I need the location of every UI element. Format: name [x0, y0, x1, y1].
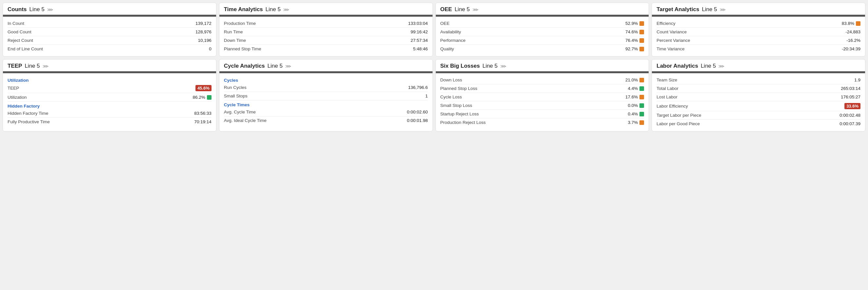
card-body: Team Size1.9Total Labor265:03:14Lost Lab…	[652, 75, 865, 131]
chevron-down-icon[interactable]: ⋙	[42, 64, 49, 69]
value-text: 0:00:02.48	[839, 113, 861, 118]
row-value: 27:57:34	[411, 38, 428, 43]
table-row: Down Time27:57:34	[224, 36, 428, 45]
chevron-down-icon[interactable]: ⋙	[472, 7, 478, 12]
card-title-light: Line 5	[702, 6, 717, 13]
table-row: Good Count128,976	[7, 28, 212, 36]
row-label: End of Line Count	[7, 46, 43, 51]
value-text: 99:16:42	[411, 29, 428, 34]
row-label: Percent Variance	[656, 38, 690, 43]
table-row: Total Labor265:03:14	[656, 84, 861, 93]
chevron-down-icon[interactable]: ⋙	[718, 64, 724, 69]
orange-indicator	[640, 95, 644, 99]
chevron-down-icon[interactable]: ⋙	[285, 64, 291, 69]
chevron-down-icon[interactable]: ⋙	[283, 7, 289, 12]
row-value: 33.6%	[844, 103, 861, 109]
card-title-light: Line 5	[455, 6, 469, 13]
value-text: 4.4%	[628, 86, 638, 91]
row-label: Quality	[440, 46, 454, 51]
chevron-down-icon[interactable]: ⋙	[500, 64, 506, 69]
row-label: Performance	[440, 38, 466, 43]
orange-indicator	[640, 21, 644, 26]
row-label: Avg. Ideal Cycle Time	[224, 118, 267, 123]
row-label: Planned Stop Loss	[440, 86, 477, 91]
table-row: Small Stop Loss0.0%	[440, 101, 644, 110]
section-label: Cycle Times	[224, 100, 428, 108]
card-title-bold: OEE	[440, 6, 452, 13]
table-row: OEE52.9%	[440, 19, 644, 28]
row-label: Hidden Factory Time	[7, 111, 49, 116]
table-row: Performance76.4%	[440, 36, 644, 45]
value-text: 86.2%	[192, 95, 205, 100]
row-value: -24,883	[845, 29, 861, 34]
row-value: 92.7%	[625, 46, 644, 51]
chevron-down-icon[interactable]: ⋙	[720, 7, 725, 12]
table-row: TEEP45.6%	[7, 83, 212, 93]
table-row: Production Time133:03:04	[224, 19, 428, 28]
row-value: 52.9%	[625, 21, 644, 26]
table-row: Efficiency83.8%	[656, 19, 861, 28]
table-row: Avg. Cycle Time0:00:02.60	[224, 108, 428, 116]
value-text: 133:03:04	[408, 21, 428, 26]
divider-bar	[436, 15, 649, 17]
card-title-bold: Target Analytics	[656, 6, 699, 13]
row-label: Good Count	[7, 29, 31, 34]
value-text: 21.0%	[625, 77, 638, 82]
row-value: 74.6%	[625, 29, 644, 34]
divider-bar	[652, 15, 865, 17]
card-oee: OEELine 5⋙OEE52.9%Availability74.6%Perfo…	[435, 3, 649, 57]
table-row: Lost Labor176:05:27	[656, 93, 861, 101]
value-text: 76.4%	[625, 38, 638, 43]
card-title-light: Line 5	[701, 63, 716, 69]
section-label: Cycles	[224, 76, 428, 83]
card-header: Six Big LossesLine 5⋙	[436, 60, 649, 71]
value-text: 176:05:27	[841, 95, 861, 99]
row-label: Labor Efficiency	[656, 104, 688, 109]
table-row: End of Line Count0	[7, 45, 212, 53]
row-label: Team Size	[656, 77, 677, 82]
row-value: 99:16:42	[411, 29, 428, 34]
row-value: 0	[209, 46, 212, 51]
orange-indicator	[640, 78, 644, 82]
orange-indicator	[640, 120, 644, 125]
row-value: -16.2%	[846, 38, 861, 43]
table-row: Avg. Ideal Cycle Time0:00:01.98	[224, 116, 428, 124]
table-row: Time Variance-20:34:39	[656, 45, 861, 53]
row-label: Run Time	[224, 29, 243, 34]
table-row: Cycle Loss17.6%	[440, 93, 644, 101]
value-text: 27:57:34	[411, 38, 428, 43]
divider-bar	[652, 71, 865, 73]
row-value: 0.0%	[628, 103, 644, 108]
row-value: 70:19:14	[194, 119, 212, 124]
card-time-analytics: Time AnalyticsLine 5⋙Production Time133:…	[219, 3, 433, 57]
table-row: Labor Efficiency33.6%	[656, 101, 861, 111]
chevron-down-icon[interactable]: ⋙	[47, 7, 53, 12]
table-row: Target Labor per Piece0:00:02.48	[656, 111, 861, 120]
row-value: 176:05:27	[841, 95, 861, 99]
card-header: Cycle AnalyticsLine 5⋙	[219, 60, 433, 71]
card-body: OEE52.9%Availability74.6%Performance76.4…	[436, 18, 649, 56]
divider-bar	[3, 15, 216, 17]
divider-bar	[219, 15, 433, 17]
card-title-bold: TEEP	[7, 63, 22, 69]
row-value: 0:00:02.48	[839, 113, 861, 118]
row-value: 0:00:01.98	[407, 118, 428, 123]
row-label: Lost Labor	[656, 95, 677, 99]
row-label: Cycle Loss	[440, 95, 462, 99]
dashboard-grid: CountsLine 5⋙In Count139,172Good Count12…	[0, 0, 868, 134]
card-title-light: Line 5	[29, 6, 44, 13]
row-label: Small Stops	[224, 94, 248, 99]
table-row: Planned Stop Loss4.4%	[440, 84, 644, 93]
card-teep: TEEPLine 5⋙UtilizationTEEP45.6%Utilizati…	[3, 59, 216, 132]
card-six-big-losses: Six Big LossesLine 5⋙Down Loss21.0%Plann…	[435, 59, 649, 132]
card-body: UtilizationTEEP45.6%Utilization86.2%Hidd…	[3, 75, 216, 129]
row-value: 0:00:07.39	[839, 121, 861, 126]
row-value: 86.2%	[192, 95, 211, 100]
row-label: Efficiency	[656, 21, 676, 26]
card-labor-analytics: Labor AnalyticsLine 5⋙Team Size1.9Total …	[652, 59, 865, 132]
row-label: In Count	[7, 21, 24, 26]
table-row: In Count139,172	[7, 19, 212, 28]
row-label: Reject Count	[7, 38, 33, 43]
row-value: 83.8%	[842, 21, 861, 26]
value-badge: 33.6%	[844, 103, 861, 109]
